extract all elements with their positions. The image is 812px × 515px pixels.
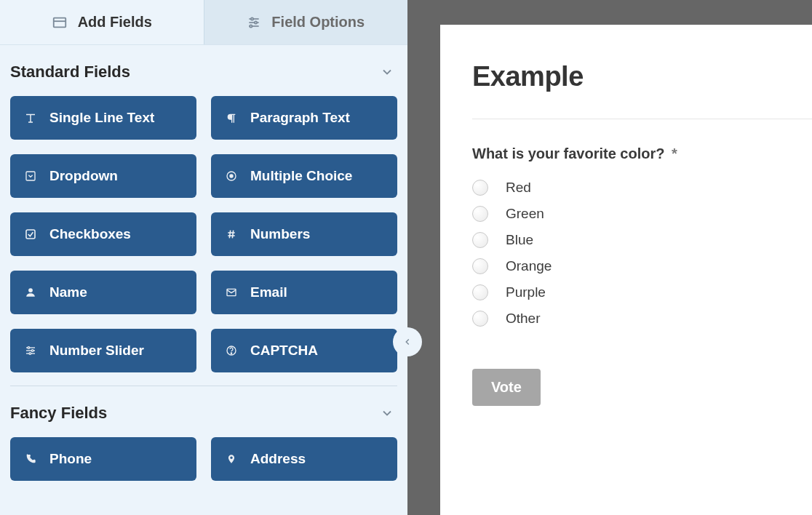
hash-icon bbox=[224, 228, 239, 240]
field-address[interactable]: Address bbox=[211, 437, 397, 481]
field-dropdown[interactable]: Dropdown bbox=[10, 154, 196, 198]
help-circle-icon bbox=[224, 345, 239, 356]
field-label: Checkboxes bbox=[49, 226, 131, 242]
map-pin-icon bbox=[224, 452, 239, 466]
field-label: Single Line Text bbox=[49, 110, 154, 126]
field-options-icon bbox=[247, 15, 261, 30]
field-checkboxes[interactable]: Checkboxes bbox=[10, 212, 196, 256]
field-label: CAPTCHA bbox=[250, 343, 318, 359]
field-label: Dropdown bbox=[49, 168, 118, 184]
svg-point-16 bbox=[28, 288, 33, 292]
radio-option[interactable]: Red bbox=[472, 180, 812, 196]
sliders-icon bbox=[23, 345, 38, 356]
text-cursor-icon bbox=[23, 111, 38, 124]
field-label: Email bbox=[250, 284, 287, 300]
radio-icon bbox=[472, 232, 488, 248]
field-label: Multiple Choice bbox=[250, 168, 352, 184]
submit-button[interactable]: Vote bbox=[472, 369, 541, 406]
fancy-fields-grid: Phone Address bbox=[0, 427, 407, 481]
field-name[interactable]: Name bbox=[10, 271, 196, 314]
svg-point-3 bbox=[251, 17, 253, 20]
radio-option[interactable]: Purple bbox=[472, 284, 812, 300]
chevron-down-icon bbox=[380, 406, 394, 420]
radio-icon bbox=[472, 180, 488, 196]
chevron-down-icon bbox=[380, 65, 394, 79]
radio-option[interactable]: Orange bbox=[472, 258, 812, 274]
option-label: Green bbox=[506, 206, 544, 222]
radio-option[interactable]: Other bbox=[472, 311, 812, 327]
field-number-slider[interactable]: Number Slider bbox=[10, 329, 196, 372]
sidebar-tabs: Add Fields Field Options bbox=[0, 0, 407, 45]
form-preview-page: Example What is your favorite color? * R… bbox=[440, 25, 812, 515]
field-single-line-text[interactable]: Single Line Text bbox=[10, 96, 196, 140]
sidebar-collapse-handle[interactable] bbox=[393, 327, 422, 356]
radio-icon bbox=[472, 206, 488, 222]
field-multiple-choice[interactable]: Multiple Choice bbox=[211, 154, 397, 198]
section-standard-fields[interactable]: Standard Fields bbox=[0, 45, 407, 86]
standard-fields-grid: Single Line Text Paragraph Text Dropdown… bbox=[0, 86, 407, 372]
option-label: Blue bbox=[506, 232, 533, 248]
section-standard-fields-label: Standard Fields bbox=[10, 63, 130, 81]
field-label: Name bbox=[49, 284, 87, 300]
radio-icon bbox=[472, 311, 488, 327]
svg-point-19 bbox=[28, 347, 30, 349]
paragraph-icon bbox=[224, 111, 239, 124]
svg-point-5 bbox=[255, 21, 257, 23]
option-label: Other bbox=[506, 311, 541, 327]
radio-options: Red Green Blue Orange Purple Other bbox=[472, 180, 812, 327]
add-fields-icon bbox=[52, 15, 68, 31]
question-text: What is your favorite color? bbox=[472, 145, 664, 161]
svg-point-21 bbox=[31, 350, 33, 352]
svg-point-10 bbox=[230, 175, 233, 177]
svg-point-7 bbox=[250, 25, 252, 27]
svg-line-14 bbox=[229, 231, 230, 239]
radio-icon bbox=[472, 284, 488, 300]
radio-option[interactable]: Blue bbox=[472, 232, 812, 248]
field-phone[interactable]: Phone bbox=[10, 437, 196, 481]
form-question: What is your favorite color? * bbox=[472, 145, 812, 162]
option-label: Purple bbox=[506, 284, 546, 300]
svg-rect-8 bbox=[26, 172, 35, 180]
radio-icon bbox=[472, 258, 488, 274]
user-icon bbox=[23, 287, 38, 298]
phone-icon bbox=[23, 453, 38, 465]
tab-add-fields-label: Add Fields bbox=[78, 14, 152, 31]
dropdown-icon bbox=[23, 170, 38, 182]
field-label: Numbers bbox=[250, 226, 310, 242]
envelope-icon bbox=[224, 287, 239, 298]
section-fancy-fields-label: Fancy Fields bbox=[10, 404, 107, 423]
radio-icon bbox=[224, 170, 239, 182]
svg-rect-0 bbox=[53, 17, 65, 27]
field-label: Number Slider bbox=[49, 343, 144, 359]
checkbox-icon bbox=[23, 228, 38, 240]
field-label: Address bbox=[250, 451, 306, 467]
tab-field-options[interactable]: Field Options bbox=[204, 0, 408, 44]
svg-line-15 bbox=[232, 231, 233, 239]
field-paragraph-text[interactable]: Paragraph Text bbox=[211, 96, 397, 140]
field-numbers[interactable]: Numbers bbox=[211, 212, 397, 256]
field-email[interactable]: Email bbox=[211, 271, 397, 314]
form-preview-canvas: Example What is your favorite color? * R… bbox=[407, 0, 812, 515]
tab-field-options-label: Field Options bbox=[271, 14, 365, 31]
field-label: Phone bbox=[49, 451, 92, 467]
svg-rect-11 bbox=[26, 230, 35, 239]
builder-sidebar: Add Fields Field Options Standard Fields… bbox=[0, 0, 407, 515]
form-title: Example bbox=[472, 61, 812, 92]
option-label: Orange bbox=[506, 258, 552, 274]
svg-point-23 bbox=[29, 353, 31, 355]
radio-option[interactable]: Green bbox=[472, 206, 812, 222]
title-divider bbox=[472, 119, 812, 119]
tab-add-fields[interactable]: Add Fields bbox=[0, 0, 204, 44]
required-asterisk: * bbox=[672, 145, 677, 161]
field-captcha[interactable]: CAPTCHA bbox=[211, 329, 397, 372]
field-label: Paragraph Text bbox=[250, 110, 350, 126]
option-label: Red bbox=[506, 180, 531, 196]
section-fancy-fields[interactable]: Fancy Fields bbox=[0, 386, 407, 427]
svg-point-25 bbox=[231, 353, 231, 354]
